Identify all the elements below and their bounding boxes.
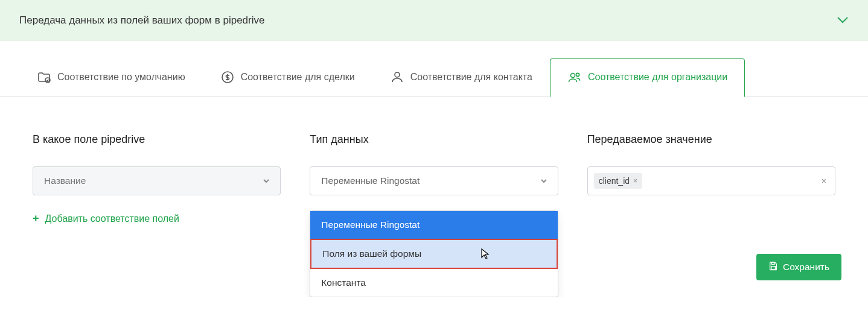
value-input[interactable]: client_id × ×: [587, 166, 835, 195]
plus-icon: +: [33, 212, 39, 225]
column-label: Тип данных: [310, 133, 558, 146]
column-pipedrive-field: В какое поле pipedrive Название + Добави…: [33, 133, 281, 225]
tab-label: Соответствие для контакта: [410, 72, 532, 83]
dollar-circle-icon: [220, 70, 235, 84]
tag-remove-icon[interactable]: ×: [633, 177, 637, 185]
svg-point-4: [576, 73, 579, 76]
svg-point-3: [570, 74, 575, 78]
tab-label: Соответствие для сделки: [241, 72, 355, 83]
section-header[interactable]: Передача данных из полей ваших форм в pi…: [0, 0, 868, 41]
save-floppy-icon: [768, 261, 778, 273]
tab-bar: Соответствие по умолчанию Соответствие д…: [0, 58, 868, 97]
column-label: Передаваемое значение: [587, 133, 835, 146]
tag-text: client_id: [599, 176, 630, 186]
mapping-row: В какое поле pipedrive Название + Добави…: [0, 97, 868, 249]
dropdown-option-ringostat-vars[interactable]: Переменные Ringostat: [310, 211, 557, 239]
svg-rect-5: [771, 262, 774, 264]
people-icon: [567, 70, 582, 84]
select-value: Название: [44, 175, 86, 186]
column-data-type: Тип данных Переменные Ringostat Переменн…: [310, 133, 558, 225]
save-button[interactable]: Сохранить: [756, 254, 841, 280]
svg-point-2: [395, 72, 400, 77]
value-tag: client_id ×: [594, 173, 642, 189]
chevron-down-icon: [263, 175, 269, 186]
tab-deal-mapping[interactable]: Соответствие для сделки: [203, 58, 372, 96]
data-type-select[interactable]: Переменные Ringostat: [310, 166, 558, 195]
pipedrive-field-select[interactable]: Название: [33, 166, 281, 195]
input-clear-icon[interactable]: ×: [822, 176, 826, 186]
dropdown-option-constant[interactable]: Константа: [310, 269, 557, 297]
cursor-icon: [480, 248, 490, 260]
dropdown-option-label: Поля из вашей формы: [322, 248, 421, 259]
section-title: Передача данных из полей ваших форм в pi…: [19, 14, 264, 27]
person-icon: [390, 70, 404, 84]
tab-organization-mapping[interactable]: Соответствие для организации: [550, 58, 745, 97]
tab-label: Соответствие для организации: [588, 72, 727, 83]
chevron-down-icon: [837, 15, 849, 26]
add-mapping-button[interactable]: + Добавить соответствие полей: [33, 212, 281, 225]
column-value: Передаваемое значение client_id × ×: [587, 133, 835, 225]
svg-rect-6: [771, 266, 776, 270]
data-type-dropdown: Переменные Ringostat Поля из вашей формы…: [310, 210, 558, 297]
add-mapping-label: Добавить соответствие полей: [45, 213, 179, 224]
tab-contact-mapping[interactable]: Соответствие для контакта: [372, 58, 550, 96]
folder-check-icon: [37, 70, 51, 84]
save-label: Сохранить: [783, 262, 829, 273]
select-value: Переменные Ringostat: [321, 175, 420, 186]
tab-label: Соответствие по умолчанию: [57, 72, 185, 83]
chevron-down-icon: [541, 175, 547, 186]
tab-default-mapping[interactable]: Соответствие по умолчанию: [19, 58, 203, 96]
column-label: В какое поле pipedrive: [33, 133, 281, 146]
dropdown-option-form-fields[interactable]: Поля из вашей формы: [310, 239, 557, 269]
